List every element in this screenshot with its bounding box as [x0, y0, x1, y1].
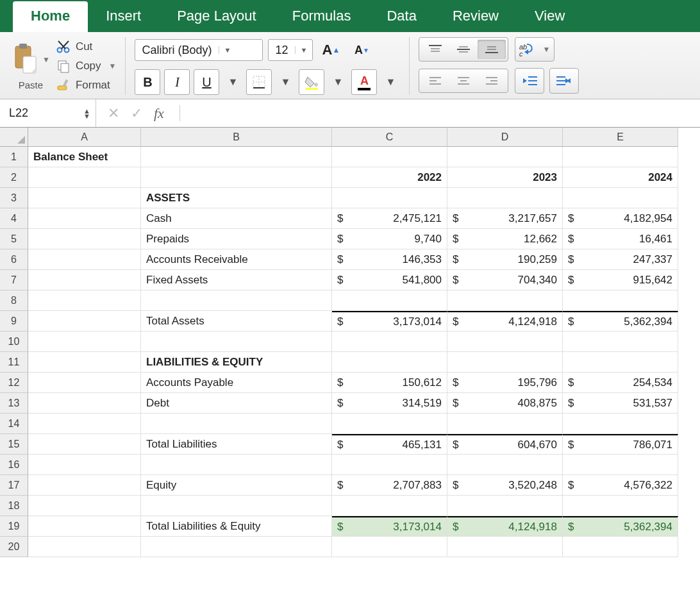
cell[interactable]: $465,131: [332, 434, 447, 455]
underline-dropdown-caret[interactable]: ▼: [223, 69, 242, 95]
cell[interactable]: [332, 147, 447, 167]
cell[interactable]: [563, 455, 678, 475]
italic-button[interactable]: I: [164, 69, 190, 95]
cell[interactable]: Equity: [141, 475, 332, 496]
cell[interactable]: Total Liabilities: [141, 434, 332, 455]
cell[interactable]: $247,337: [563, 249, 678, 270]
fill-color-caret[interactable]: ▼: [328, 69, 347, 95]
cell[interactable]: [28, 393, 141, 414]
cell[interactable]: [332, 455, 447, 475]
cell[interactable]: [563, 188, 678, 208]
row-header-6[interactable]: 6: [0, 249, 28, 270]
cell[interactable]: [28, 229, 141, 249]
row-header-17[interactable]: 17: [0, 475, 28, 496]
cell[interactable]: $5,362,394: [563, 311, 678, 331]
row-header-10[interactable]: 10: [0, 331, 28, 352]
cell[interactable]: [28, 373, 141, 393]
bold-button[interactable]: B: [135, 69, 160, 95]
cut-button[interactable]: Cut: [56, 40, 117, 54]
borders-button[interactable]: [246, 69, 272, 95]
cell[interactable]: [447, 496, 563, 516]
cell[interactable]: Total Assets: [141, 311, 332, 331]
font-size-caret[interactable]: ▼: [295, 46, 313, 54]
cell[interactable]: [447, 414, 563, 434]
align-middle-button[interactable]: [449, 40, 478, 59]
cell[interactable]: Cash: [141, 208, 332, 229]
cell[interactable]: [28, 475, 141, 496]
cell[interactable]: [28, 167, 141, 188]
increase-font-button[interactable]: A▲: [318, 37, 344, 63]
align-right-button[interactable]: [478, 71, 506, 90]
cell[interactable]: $4,124,918: [447, 516, 563, 537]
tab-insert[interactable]: Insert: [88, 1, 159, 32]
row-header-5[interactable]: 5: [0, 229, 28, 249]
row-header-4[interactable]: 4: [0, 208, 28, 229]
cancel-formula-icon[interactable]: ✕: [108, 105, 119, 122]
font-name-caret[interactable]: ▼: [219, 46, 237, 54]
cell[interactable]: [141, 167, 332, 188]
row-header-8[interactable]: 8: [0, 290, 28, 311]
cell[interactable]: $195,796: [447, 373, 563, 393]
cell[interactable]: 2022: [332, 167, 447, 188]
cell[interactable]: [447, 352, 563, 373]
cell[interactable]: [28, 331, 141, 352]
cell[interactable]: [447, 455, 563, 475]
col-header-B[interactable]: B: [141, 128, 332, 147]
cell[interactable]: $16,461: [563, 229, 678, 249]
align-left-button[interactable]: [421, 71, 449, 90]
align-bottom-button[interactable]: [478, 40, 506, 59]
row-header-15[interactable]: 15: [0, 434, 28, 455]
decrease-font-button[interactable]: A▼: [349, 37, 374, 63]
col-header-C[interactable]: C: [332, 128, 447, 147]
row-header-11[interactable]: 11: [0, 352, 28, 373]
cell[interactable]: [28, 455, 141, 475]
cell[interactable]: [563, 331, 678, 352]
format-painter-button[interactable]: Format: [56, 78, 117, 92]
cell[interactable]: $704,340: [447, 270, 563, 290]
cell[interactable]: $4,576,322: [563, 475, 678, 496]
copy-dropdown-caret[interactable]: ▼: [109, 62, 117, 71]
wrap-text-caret[interactable]: ▼: [542, 45, 550, 54]
cell[interactable]: $5,362,394: [563, 516, 678, 537]
col-header-A[interactable]: A: [28, 128, 141, 147]
row-header-1[interactable]: 1: [0, 147, 28, 167]
cell[interactable]: Balance Sheet: [28, 147, 141, 167]
tab-formulas[interactable]: Formulas: [274, 1, 369, 32]
cell[interactable]: $190,259: [447, 249, 563, 270]
cell[interactable]: Accounts Receivable: [141, 249, 332, 270]
cell[interactable]: [28, 352, 141, 373]
cell[interactable]: $4,182,954: [563, 208, 678, 229]
cell[interactable]: [447, 147, 563, 167]
tab-home[interactable]: Home: [13, 1, 88, 32]
font-color-caret[interactable]: ▼: [381, 69, 400, 95]
tab-view[interactable]: View: [517, 1, 583, 32]
cell[interactable]: LIABILITIES & EQUITY: [141, 352, 332, 373]
cell[interactable]: $786,071: [563, 434, 678, 455]
copy-button[interactable]: Copy ▼: [56, 59, 117, 73]
cell[interactable]: [563, 290, 678, 311]
cell[interactable]: [332, 331, 447, 352]
cell[interactable]: [563, 496, 678, 516]
cell[interactable]: [563, 414, 678, 434]
row-header-20[interactable]: 20: [0, 537, 28, 557]
select-all-corner[interactable]: [0, 128, 28, 147]
cell[interactable]: $146,353: [332, 249, 447, 270]
cell[interactable]: [563, 537, 678, 557]
cell[interactable]: [332, 290, 447, 311]
col-header-E[interactable]: E: [563, 128, 678, 147]
cell[interactable]: $3,173,014: [332, 516, 447, 537]
cell[interactable]: [28, 496, 141, 516]
row-header-2[interactable]: 2: [0, 167, 28, 188]
cell[interactable]: [28, 290, 141, 311]
cell[interactable]: Fixed Assets: [141, 270, 332, 290]
cell[interactable]: [28, 249, 141, 270]
cell[interactable]: [141, 147, 332, 167]
decrease-indent-button[interactable]: [515, 68, 544, 94]
cell[interactable]: $254,534: [563, 373, 678, 393]
cell[interactable]: Total Liabilities & Equity: [141, 516, 332, 537]
cell[interactable]: $2,475,121: [332, 208, 447, 229]
cell[interactable]: $2,707,883: [332, 475, 447, 496]
row-header-9[interactable]: 9: [0, 311, 28, 331]
cell[interactable]: Debt: [141, 393, 332, 414]
cell[interactable]: [332, 188, 447, 208]
